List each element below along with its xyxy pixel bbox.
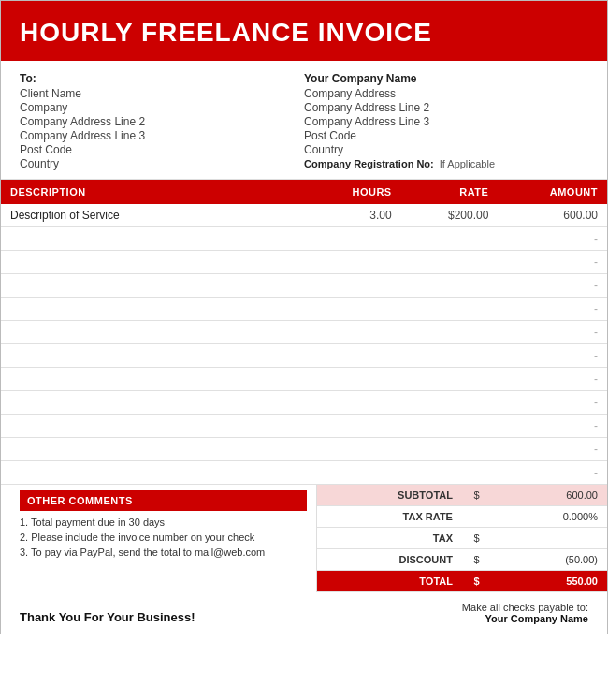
row-rate [401, 274, 499, 298]
row-description [1, 227, 316, 251]
row-hours [316, 274, 401, 298]
row-hours [316, 415, 401, 438]
row-rate [401, 344, 499, 368]
address-section: To: Client Name Company Company Address … [1, 61, 607, 180]
payable-note: Make all checks payable to: Your Company… [462, 602, 588, 624]
row-hours [316, 368, 401, 391]
row-description [1, 298, 316, 321]
total-row: TOTAL $ 550.00 [317, 571, 607, 592]
table-row: - [1, 274, 607, 298]
bottom-section: OTHER COMMENTS 1. Total payment due in 3… [1, 485, 607, 592]
reg-value: If Applicable [440, 158, 495, 169]
row-rate [401, 461, 499, 485]
client-country: Country [20, 157, 304, 170]
row-rate: $200.00 [401, 204, 499, 227]
tax-label: TAX [317, 528, 462, 549]
row-rate [401, 321, 499, 344]
invoice-wrapper: HOURLY FREELANCE INVOICE To: Client Name… [0, 0, 608, 634]
row-description [1, 368, 316, 391]
table-row: Description of Service3.00$200.00600.00 [1, 204, 607, 227]
row-description [1, 461, 316, 485]
row-hours [316, 251, 401, 274]
col-header-description: DESCRIPTION [1, 180, 316, 204]
tax-rate-value: 0.000% [491, 506, 607, 528]
company-country: Country [304, 143, 588, 156]
tax-value [491, 528, 607, 549]
subtotal-row: SUBTOTAL $ 600.00 [317, 485, 607, 506]
invoice-header: HOURLY FREELANCE INVOICE [1, 1, 607, 61]
table-row: - [1, 251, 607, 274]
table-row: - [1, 438, 607, 461]
row-amount: - [498, 321, 607, 344]
discount-value: (50.00) [491, 549, 607, 571]
payable-name: Your Company Name [485, 613, 588, 624]
row-rate [401, 251, 499, 274]
row-amount: - [498, 415, 607, 438]
company-addr2: Company Address Line 2 [304, 101, 588, 114]
company-addr3: Company Address Line 3 [304, 115, 588, 128]
row-amount: - [498, 298, 607, 321]
company-name: Your Company Name [304, 72, 588, 85]
discount-label: DISCOUNT [317, 549, 462, 571]
table-row: - [1, 461, 607, 485]
client-addr2: Company Address Line 2 [20, 115, 304, 128]
row-rate [401, 438, 499, 461]
client-postcode: Post Code [20, 143, 304, 156]
table-row: - [1, 344, 607, 368]
row-hours: 3.00 [316, 204, 401, 227]
total-value: 550.00 [491, 571, 607, 592]
row-hours [316, 391, 401, 415]
row-rate [401, 227, 499, 251]
row-hours [316, 461, 401, 485]
row-amount: 600.00 [498, 204, 607, 227]
address-left: To: Client Name Company Company Address … [20, 72, 304, 171]
tax-rate-dollar [462, 506, 491, 528]
subtotal-dollar: $ [462, 485, 491, 506]
company-postcode: Post Code [304, 129, 588, 142]
row-description [1, 415, 316, 438]
table-row: - [1, 227, 607, 251]
row-rate [401, 415, 499, 438]
tax-row: TAX $ [317, 528, 607, 549]
col-header-hours: HOURS [316, 180, 401, 204]
row-description [1, 391, 316, 415]
discount-dollar: $ [462, 549, 491, 571]
reg-row: Company Registration No: If Applicable [304, 158, 588, 169]
client-addr3: Company Address Line 3 [20, 129, 304, 142]
row-hours [316, 438, 401, 461]
tax-rate-row: TAX RATE 0.000% [317, 506, 607, 528]
row-hours [316, 344, 401, 368]
company-addr1: Company Address [304, 87, 588, 100]
row-description [1, 274, 316, 298]
tax-dollar: $ [462, 528, 491, 549]
table-row: - [1, 368, 607, 391]
subtotal-label: SUBTOTAL [317, 485, 462, 506]
tax-rate-label: TAX RATE [317, 506, 462, 528]
row-amount: - [498, 438, 607, 461]
row-amount: - [498, 274, 607, 298]
row-amount: - [498, 461, 607, 485]
comments-area: OTHER COMMENTS 1. Total payment due in 3… [1, 485, 316, 592]
reg-label: Company Registration No: [304, 158, 434, 169]
comments-header: OTHER COMMENTS [20, 490, 307, 511]
table-row: - [1, 321, 607, 344]
thank-you: Thank You For Your Business! [20, 610, 195, 624]
row-hours [316, 227, 401, 251]
row-rate [401, 368, 499, 391]
row-description [1, 438, 316, 461]
row-hours [316, 321, 401, 344]
comment-3: 3. To pay via PayPal, send the total to … [20, 547, 307, 558]
row-amount: - [498, 391, 607, 415]
row-description: Description of Service [1, 204, 316, 227]
address-right: Your Company Name Company Address Compan… [304, 72, 588, 171]
comment-1: 1. Total payment due in 30 days [20, 517, 307, 528]
row-amount: - [498, 227, 607, 251]
total-dollar: $ [462, 571, 491, 592]
row-rate [401, 298, 499, 321]
subtotal-value: 600.00 [491, 485, 607, 506]
row-rate [401, 391, 499, 415]
table-row: - [1, 415, 607, 438]
row-description [1, 251, 316, 274]
row-amount: - [498, 344, 607, 368]
comment-2: 2. Please include the invoice number on … [20, 532, 307, 543]
